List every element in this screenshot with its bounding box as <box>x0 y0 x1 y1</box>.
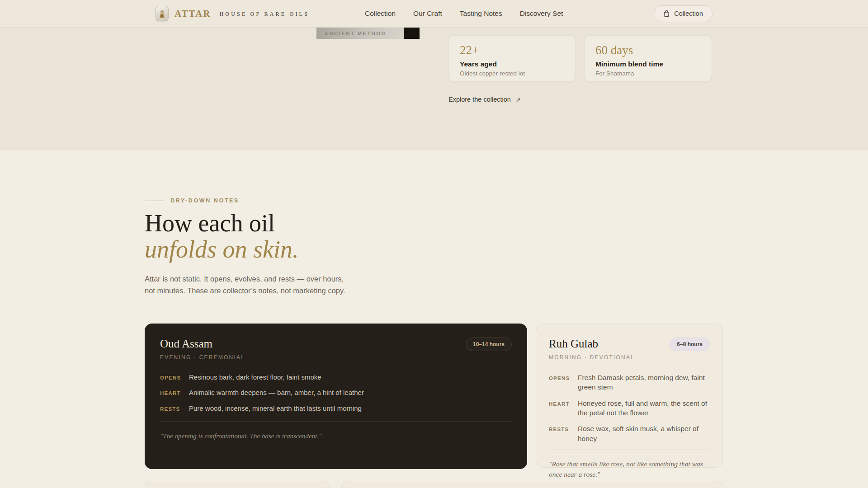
dry-down-notes-section: DRY-DOWN NOTES How each oil unfolds on s… <box>0 150 868 488</box>
eyebrow-label: DRY-DOWN NOTES <box>170 197 239 204</box>
oil-card-stub-left[interactable] <box>145 481 330 488</box>
brand-name: ATTAR <box>175 8 211 19</box>
note-text: Pure wood, incense, mineral earth that l… <box>189 404 512 413</box>
section-description: Attar is not static. It opens, evolves, … <box>145 273 353 296</box>
next-cards-row <box>145 481 723 488</box>
nav-link-discovery-set[interactable]: Discovery Set <box>520 9 563 18</box>
hero-caption: ANCIENT METHOD <box>325 31 386 36</box>
heading-line-1: How each oil <box>145 210 723 236</box>
craft-section: ATTAR HOUSE OF RARE OILS Collection Our … <box>0 0 868 150</box>
note-row-opens: OPENS Fresh Damask petals, morning dew, … <box>549 373 710 392</box>
duration-badge: 10–14 hours <box>466 338 512 351</box>
nav-links: Collection Our Craft Tasting Notes Disco… <box>365 9 563 18</box>
note-stage: HEART <box>549 401 572 407</box>
nav-link-our-craft[interactable]: Our Craft <box>413 9 442 18</box>
nav-link-collection[interactable]: Collection <box>365 9 396 18</box>
note-text: Fresh Damask petals, morning dew, faint … <box>578 373 710 392</box>
nav-link-tasting-notes[interactable]: Tasting Notes <box>460 9 502 18</box>
note-stage: RESTS <box>160 406 184 412</box>
stat-card-years-aged: 22+ Years aged Oldest copper-rested lot <box>448 35 576 82</box>
collector-quote: "Rose that smells like rose, not like so… <box>549 459 710 480</box>
stat-sublabel: Oldest copper-rested lot <box>460 70 564 77</box>
collection-button[interactable]: Collection <box>654 5 712 22</box>
stat-label: Years aged <box>460 60 564 68</box>
distillation-photo <box>156 28 316 39</box>
hero-image-strip: ANCIENT METHOD <box>156 28 420 39</box>
note-stage: HEART <box>160 390 184 396</box>
note-stage: OPENS <box>160 375 184 380</box>
oil-name: Ruh Gulab <box>549 338 635 350</box>
note-text: Resinous bark, dark forest floor, faint … <box>189 373 512 382</box>
section-heading: How each oil unfolds on skin. <box>145 210 723 263</box>
note-text: Rose wax, soft skin musk, a whisper of h… <box>578 424 710 443</box>
stat-sublabel: For Shamama <box>595 70 701 77</box>
stat-value: 60 days <box>595 43 701 57</box>
eyebrow-rule <box>145 201 164 201</box>
oil-cards-row: Oud Assam EVENING · CEREMONIAL 10–14 hou… <box>145 324 723 469</box>
note-row-heart: HEART Honeyed rose, full and warm, the s… <box>549 399 710 418</box>
oil-context: MORNING · DEVOTIONAL <box>549 354 635 361</box>
note-text: Honeyed rose, full and warm, the scent o… <box>578 399 710 418</box>
note-rows: OPENS Fresh Damask petals, morning dew, … <box>549 373 710 443</box>
note-text: Animalic warmth deepens — barn, amber, a… <box>189 388 512 398</box>
note-stage: RESTS <box>549 427 572 432</box>
oil-card-ruh-gulab[interactable]: Ruh Gulab MORNING · DEVOTIONAL 6–8 hours… <box>536 324 723 468</box>
arrow-up-right-icon: ↗ <box>516 97 521 103</box>
note-rows: OPENS Resinous bark, dark forest floor, … <box>160 373 512 413</box>
photo-dark-edge <box>404 28 420 39</box>
brand-tagline: HOUSE OF RARE OILS <box>219 11 309 18</box>
stat-value: 22+ <box>460 43 564 57</box>
collection-button-label: Collection <box>674 10 703 17</box>
bag-icon <box>663 10 670 17</box>
card-divider <box>160 421 512 422</box>
oil-name: Oud Assam <box>160 338 245 350</box>
section-eyebrow: DRY-DOWN NOTES <box>145 197 723 204</box>
crest-bottle-icon <box>156 6 169 21</box>
explore-collection-link[interactable]: Explore the collection ↗ <box>448 96 521 106</box>
duration-badge: 6–8 hours <box>670 338 710 351</box>
note-stage: OPENS <box>549 375 572 381</box>
oil-context: EVENING · CEREMONIAL <box>160 354 245 361</box>
note-row-opens: OPENS Resinous bark, dark forest floor, … <box>160 373 512 382</box>
collector-quote: "The opening is confrontational. The bas… <box>160 431 512 441</box>
top-navbar: ATTAR HOUSE OF RARE OILS Collection Our … <box>0 0 868 28</box>
description-line-1: Attar is not static. It opens, evolves, … <box>145 275 344 283</box>
description-line-2: not minutes. These are collector’s notes… <box>145 286 345 295</box>
stat-card-blend-time: 60 days Minimum blend time For Shamama <box>584 35 712 82</box>
explore-collection-label: Explore the collection <box>448 96 511 106</box>
note-row-heart: HEART Animalic warmth deepens — barn, am… <box>160 388 512 398</box>
oil-card-oud-assam[interactable]: Oud Assam EVENING · CEREMONIAL 10–14 hou… <box>145 324 527 469</box>
note-row-rests: RESTS Pure wood, incense, mineral earth … <box>160 404 512 413</box>
brand[interactable]: ATTAR HOUSE OF RARE OILS <box>156 6 309 21</box>
oil-card-stub-right[interactable] <box>341 481 723 488</box>
ancient-method-panel: ANCIENT METHOD <box>316 28 404 39</box>
heading-line-2: unfolds on skin. <box>145 236 723 263</box>
stat-label: Minimum blend time <box>595 60 701 68</box>
note-row-rests: RESTS Rose wax, soft skin musk, a whispe… <box>549 424 710 443</box>
card-divider <box>549 450 710 450</box>
